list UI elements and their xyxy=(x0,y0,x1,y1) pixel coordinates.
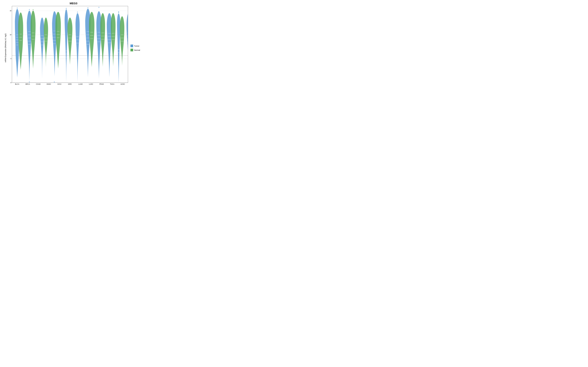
svg-point-19 xyxy=(33,9,34,10)
violin-kirc-tumor xyxy=(76,12,80,82)
x-label-kich: KICH xyxy=(56,83,63,85)
x-label-lusc: LUSC xyxy=(87,83,95,85)
chart-title: MEG3 xyxy=(70,2,77,5)
svg-point-75 xyxy=(118,12,119,13)
x-label-blca: BLCA xyxy=(14,83,21,85)
x-label-thca: THCA xyxy=(109,83,116,85)
violin-hnsc-normal xyxy=(55,12,61,69)
svg-point-15 xyxy=(29,82,30,82)
y-ticks-area: 0 5 10 15 xyxy=(8,6,12,83)
legend-box-tumor xyxy=(130,44,133,47)
legend-item-normal: Normal xyxy=(130,49,144,51)
legend: Tumor Normal xyxy=(128,6,144,90)
y-tick-0: 0 xyxy=(10,82,11,83)
svg-point-54 xyxy=(87,7,88,8)
violin-thca-normal xyxy=(120,16,124,66)
svg-point-32 xyxy=(54,82,55,82)
x-label-prad: PRAD xyxy=(98,83,105,85)
violin-lusc-normal xyxy=(100,13,105,67)
violin-ucec-tumor xyxy=(127,11,128,78)
violin-luad-normal xyxy=(89,12,95,67)
svg-point-14 xyxy=(29,9,30,10)
x-label-ucec: UCEC xyxy=(119,83,126,85)
violin-lusc-tumor xyxy=(96,7,102,79)
violin-plot-svg xyxy=(12,6,128,83)
violin-thca-tumor xyxy=(117,11,120,82)
svg-point-76 xyxy=(118,11,119,12)
y-tick-5: 5 xyxy=(10,58,11,59)
violin-kich-tumor xyxy=(65,8,68,82)
legend-item-tumor: Tumor xyxy=(130,44,144,47)
y-tick-10: 10 xyxy=(10,34,11,36)
x-label-luad: LUAD xyxy=(77,83,84,85)
svg-point-39 xyxy=(66,8,67,9)
chart-container: MEG3 mRNA Expression (RNASeq V2, log2) 0… xyxy=(3,2,144,90)
x-label-kirc: KIRC xyxy=(67,83,73,85)
x-label-hnsc: HNSC xyxy=(45,83,52,85)
y-axis-label: mRNA Expression (RNASeq V2, log2) xyxy=(3,6,8,90)
svg-point-5 xyxy=(17,8,18,8)
violin-coad-normal xyxy=(44,18,48,67)
violin-brca-normal xyxy=(31,9,35,68)
y-tick-15: 15 xyxy=(10,10,11,12)
legend-box-normal xyxy=(130,49,133,51)
legend-label-tumor: Tumor xyxy=(134,45,139,47)
violin-blca-normal xyxy=(18,12,23,70)
svg-point-62 xyxy=(99,7,99,8)
x-label-brca: BRCA xyxy=(24,83,31,85)
violin-coad-tumor xyxy=(40,18,44,79)
x-label-coad: COAD xyxy=(35,83,42,85)
svg-point-46 xyxy=(77,12,78,12)
violin-kich-normal xyxy=(68,18,72,65)
violin-prad-normal xyxy=(111,13,115,66)
legend-label-normal: Normal xyxy=(134,49,140,51)
plot-area xyxy=(12,6,128,83)
